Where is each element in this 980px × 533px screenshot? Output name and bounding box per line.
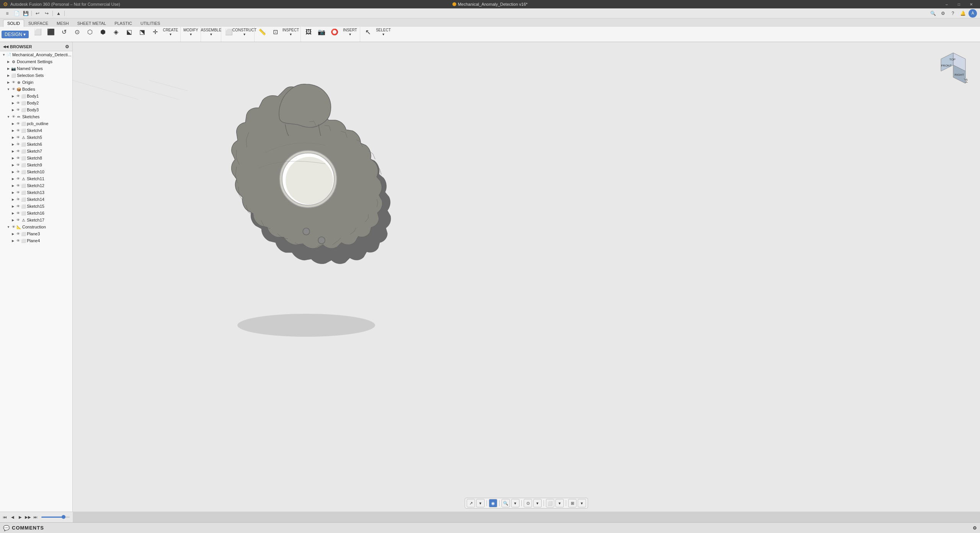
insert-canvas-button[interactable]: 🖼 [302,26,315,39]
tree-arrow-body2[interactable]: ▶ [11,101,15,105]
comments-settings-button[interactable]: ⚙ [973,525,977,531]
eye-icon-sketch16[interactable]: 👁 [15,211,21,215]
tree-item-doc-settings[interactable]: ▶⚙Document Settings [0,58,72,65]
tree-arrow-sketch5[interactable]: ▶ [11,135,15,140]
sweep-button[interactable]: ⊙ [71,26,83,39]
tree-item-selection-sets[interactable]: ▶⬜Selection Sets [0,72,72,79]
playback-first-button[interactable]: ⏮ [2,514,8,521]
eye-icon-plane4[interactable]: 👁 [15,239,21,243]
undo-button[interactable]: ↩ [33,10,42,17]
eye-icon-body1[interactable]: 👁 [15,94,21,98]
eye-icon-body2[interactable]: 👁 [15,101,21,105]
eye-icon-bodies[interactable]: 👁 [11,87,16,91]
tree-item-sketch13[interactable]: ▶👁⬜Sketch13 [0,189,72,196]
tree-item-sketch6[interactable]: ▶👁⬜Sketch6 [0,141,72,148]
eye-icon-sketch10[interactable]: 👁 [15,170,21,174]
account-button[interactable]: A [969,9,977,18]
tree-arrow-root[interactable]: ▼ [2,52,6,57]
tree-arrow-sketch17[interactable]: ▶ [11,218,15,222]
vp-display-button[interactable]: ⊙ [524,499,532,507]
vp-effects-button[interactable]: ⬜ [546,499,554,507]
eye-icon-sketches[interactable]: 👁 [11,115,16,119]
create-more-button[interactable]: CREATE ▾ [162,26,179,39]
select-more-button[interactable]: SELECT ▾ [375,26,392,39]
eye-icon-sketch11[interactable]: 👁 [15,177,21,181]
tree-arrow-plane3[interactable]: ▶ [11,231,15,236]
playback-last-button[interactable]: ⏭ [32,514,39,521]
tree-item-sketch5[interactable]: ▶👁⚠Sketch5 [0,134,72,141]
tree-arrow-body1[interactable]: ▶ [11,94,15,98]
assemble-button[interactable]: ASSEMBLE ▾ [203,26,219,39]
share-button[interactable]: ▲ [54,10,63,17]
tree-item-sketch7[interactable]: ▶👁⬜Sketch7 [0,148,72,155]
tree-arrow-bodies[interactable]: ▼ [6,87,11,91]
eye-icon-origin[interactable]: 👁 [11,80,16,84]
insert-decal-button[interactable]: 📷 [315,26,328,39]
vp-orbit-button[interactable]: ↗ [467,499,475,507]
tree-arrow-sketch15[interactable]: ▶ [11,204,15,209]
eye-icon-sketch4[interactable]: 👁 [15,129,21,132]
tree-arrow-sketch4[interactable]: ▶ [11,128,15,133]
inspect-measure-button[interactable]: 📏 [256,26,268,39]
tree-item-origin[interactable]: ▶👁⊕Origin [0,79,72,86]
tree-item-sketch9[interactable]: ▶👁⬜Sketch9 [0,161,72,168]
tree-item-root[interactable]: ▼📄Mechanical_Anomaly_Detecti... [0,51,72,58]
eye-icon-construction[interactable]: 👁 [11,225,16,229]
tree-item-sketch17[interactable]: ▶👁⚠Sketch17 [0,217,72,223]
eye-icon-plane3[interactable]: 👁 [15,232,21,236]
app-menu-button[interactable]: ≡ [3,10,11,17]
tree-arrow-plane4[interactable]: ▶ [11,238,15,243]
eye-icon-sketch7[interactable]: 👁 [15,149,21,153]
tree-item-sketch11[interactable]: ▶👁⚠Sketch11 [0,175,72,182]
extrude-button[interactable]: ⬛ [45,26,57,39]
eye-icon-sketch5[interactable]: 👁 [15,135,21,139]
tree-arrow-named-views[interactable]: ▶ [6,66,11,71]
hole-button[interactable]: ⬕ [123,26,135,39]
eye-icon-sketch9[interactable]: 👁 [15,163,21,167]
pattern-button[interactable]: ✛ [149,26,161,39]
tree-arrow-sketch8[interactable]: ▶ [11,156,15,160]
eye-icon-sketch8[interactable]: 👁 [15,156,21,160]
tree-arrow-sketch12[interactable]: ▶ [11,183,15,188]
tree-arrow-doc-settings[interactable]: ▶ [6,59,11,64]
playback-prev-button[interactable]: ◀ [9,514,16,521]
tree-item-sketch10[interactable]: ▶👁⬜Sketch10 [0,168,72,175]
construct-more-button[interactable]: CONSTRUCT ▾ [236,26,253,39]
thread-button[interactable]: ⬔ [136,26,148,39]
help-button[interactable]: ? [949,10,957,17]
revolve-button[interactable]: ↺ [58,26,70,39]
redo-button[interactable]: ↪ [42,10,51,17]
eye-icon-sketch14[interactable]: 👁 [15,197,21,201]
tree-arrow-sketch10[interactable]: ▶ [11,170,15,174]
tree-arrow-sketch14[interactable]: ▶ [11,197,15,202]
sketch-button[interactable]: ⬜ [32,26,44,39]
view-cube[interactable]: TOP FRONT RIGHT Z [938,50,969,80]
settings-button[interactable]: ⚙ [939,10,947,17]
tree-arrow-construction[interactable]: ▼ [6,225,11,229]
tab-solid[interactable]: SOLID [3,20,24,27]
vp-grid-button[interactable]: ⊞ [568,499,577,507]
tree-item-named-views[interactable]: ▶📷Named Views [0,65,72,72]
tree-item-plane4[interactable]: ▶👁⬜Plane4 [0,237,72,244]
tree-arrow-origin[interactable]: ▶ [6,80,11,85]
tree-item-sketch16[interactable]: ▶👁⬜Sketch16 [0,210,72,217]
tree-arrow-sketch9[interactable]: ▶ [11,163,15,167]
vp-zoom-button[interactable]: 🔍 [501,499,510,507]
maximize-button[interactable]: □ [953,1,965,8]
eye-icon-sketch6[interactable]: 👁 [15,142,21,146]
rib-button[interactable]: ⬢ [97,26,109,39]
tree-arrow-sketch13[interactable]: ▶ [11,190,15,195]
tree-item-plane3[interactable]: ▶👁⬜Plane3 [0,230,72,237]
eye-icon-sketch15[interactable]: 👁 [15,204,21,208]
browser-settings-button[interactable]: ⚙ [65,44,69,49]
emboss-button[interactable]: ◈ [110,26,122,39]
vp-orbit-dropdown[interactable]: ▾ [476,499,485,507]
tree-item-body3[interactable]: ▶👁⬜Body3 [0,106,72,113]
minimize-button[interactable]: – [941,1,952,8]
vp-view-button[interactable]: ◉ [489,499,497,507]
vp-display-dropdown[interactable]: ▾ [533,499,542,507]
tree-item-pcb_outline[interactable]: ▶👁⬜pcb_outline [0,120,72,127]
tree-item-sketch4[interactable]: ▶👁⬜Sketch4 [0,127,72,134]
playback-next-button[interactable]: ▶▶ [24,514,31,521]
new-file-button[interactable]: 📄 [12,10,21,17]
